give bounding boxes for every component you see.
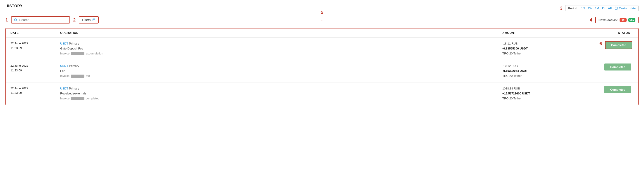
table-row: 22 June 2022 11:23:09 USDT Primary Recei…: [6, 82, 638, 105]
calendar-icon: [614, 6, 618, 10]
pdf-download-button[interactable]: PDF: [620, 18, 626, 22]
download-section: Download as: PDF CSV: [595, 17, 638, 23]
annotation-5-container: 5 ↓: [320, 9, 324, 22]
blurred-id: [71, 52, 84, 55]
period-selector: Period: 1D 1W 1M 1Y All Custom date: [565, 5, 638, 11]
history-table: DATE OPERATION AMOUNT STATUS 22 June 202…: [6, 28, 638, 105]
row2-amount: -10.12 RUB -0.19322064 USDT TRC-20 Tethe…: [502, 63, 570, 78]
filter-icon: [92, 18, 96, 21]
period-1y[interactable]: 1Y: [601, 6, 606, 10]
filters-label: Filters: [82, 18, 90, 22]
period-1w[interactable]: 1W: [587, 6, 593, 10]
status-completed-button[interactable]: Completed: [604, 63, 631, 70]
annotation-2: 2: [73, 17, 76, 23]
row3-date: 22 June 2022 11:23:09: [10, 86, 60, 96]
annotation-4: 4: [590, 17, 592, 23]
annotation-1: 1: [6, 17, 8, 23]
annotation-5: 5: [320, 9, 324, 15]
arrow-down-icon: ↓: [320, 15, 324, 22]
row3-amount: 1038.38 RUB +19.51723600 USDT TRC-20 Tet…: [502, 86, 570, 101]
csv-download-button[interactable]: CSV: [628, 18, 636, 22]
search-icon: [14, 18, 18, 22]
row3-operation: USDT Primary Received (external) Invoice…: [60, 86, 502, 101]
row1-status: 6 Completed: [570, 41, 634, 49]
table-row: 22 June 2022 11:23:09 USDT Primary Gate …: [6, 37, 638, 60]
row3-status: Completed: [570, 86, 634, 93]
row2-date: 22 June 2022 11:23:09: [10, 63, 60, 73]
table-header: DATE OPERATION AMOUNT STATUS: [6, 28, 638, 37]
row2-operation: USDT Primary Fee Invoice fee: [60, 63, 502, 78]
status-completed-button[interactable]: Completed: [604, 86, 631, 93]
col-amount: AMOUNT: [502, 31, 570, 34]
row1-date: 22 June 2022 11:23:09: [10, 41, 60, 51]
col-date: DATE: [10, 31, 60, 34]
custom-date-label: Custom date: [619, 6, 636, 10]
svg-rect-0: [615, 7, 618, 9]
period-1d[interactable]: 1D: [581, 6, 586, 10]
custom-date-button[interactable]: Custom date: [614, 6, 636, 10]
row1-amount: -18.11 RUB -0.33565300 USDT TRC-20 Tethe…: [502, 41, 570, 56]
search-input[interactable]: [19, 18, 67, 22]
download-label: Download as:: [598, 18, 618, 22]
blurred-id: [71, 97, 84, 100]
period-1m[interactable]: 1M: [594, 6, 600, 10]
blurred-id: [71, 75, 84, 78]
period-all[interactable]: All: [607, 6, 612, 10]
search-box: [11, 16, 70, 23]
annotation-3: 3: [560, 6, 562, 11]
col-operation: OPERATION: [60, 31, 502, 34]
col-status: STATUS: [570, 31, 634, 34]
status-completed-button[interactable]: Completed: [605, 41, 632, 49]
page-title: HISTORY: [6, 4, 23, 8]
svg-line-5: [16, 20, 17, 21]
row1-operation: USDT Primary Gate Deposit Fee Invoice ac…: [60, 41, 502, 56]
filters-button[interactable]: Filters: [79, 16, 99, 23]
annotation-6: 6: [600, 41, 602, 46]
table-row: 22 June 2022 11:23:09 USDT Primary Fee I…: [6, 60, 638, 82]
row2-status: Completed: [570, 63, 634, 70]
period-label: Period:: [568, 6, 578, 10]
